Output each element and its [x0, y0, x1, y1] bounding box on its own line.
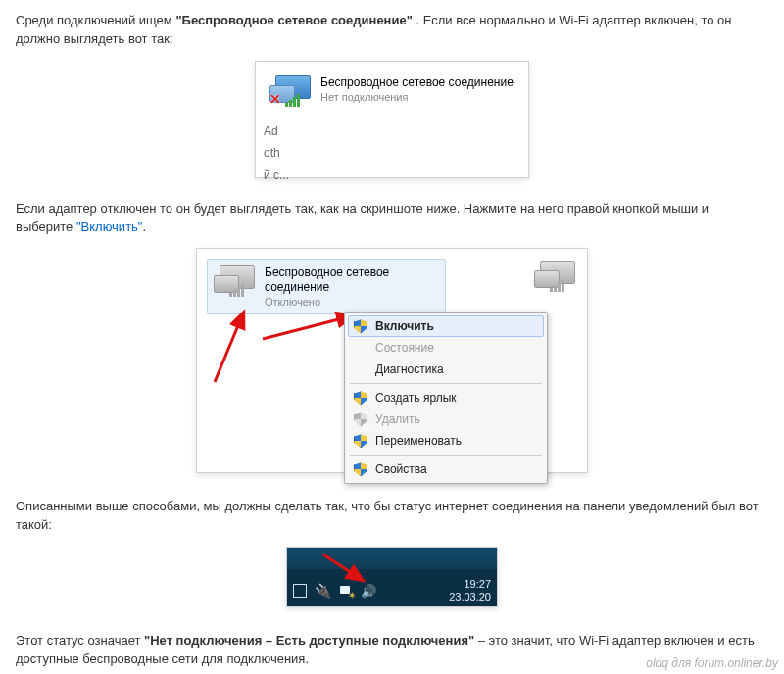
shield-icon — [354, 412, 368, 426]
network-monitor-disabled-icon — [214, 265, 255, 295]
svg-line-1 — [263, 315, 354, 339]
connection-item[interactable]: Беспроводное сетевое соединение Отключен… — [207, 259, 446, 314]
menu-item-properties[interactable]: Свойства — [348, 458, 544, 480]
arrow-icon — [205, 304, 273, 392]
menu-item-enable[interactable]: Включить — [348, 315, 544, 337]
menu-item-rename[interactable]: Переименовать — [348, 430, 544, 452]
connection-status: Нет подключения — [320, 91, 514, 103]
tray-date: 23.03.20 — [449, 591, 491, 604]
tray-clock[interactable]: 19:27 23.03.20 — [449, 578, 491, 605]
signal-bars-icon — [285, 94, 300, 107]
shield-icon — [354, 391, 368, 405]
text-bold: "Беспроводное сетевое соединение" — [175, 13, 412, 27]
paragraph-meaning: Этот статус означает "Нет подключения – … — [16, 632, 768, 669]
speaker-icon[interactable]: 🔊 — [361, 584, 376, 599]
x-icon: ✕ — [270, 91, 281, 107]
connection-status: Отключено — [265, 296, 439, 308]
paragraph-intro: Среди подключений ищем "Беспроводное сет… — [16, 12, 768, 49]
menu-item-shortcut[interactable]: Создать ярлык — [348, 387, 544, 409]
paragraph-disabled: Если адаптер отключен то он будет выгляд… — [16, 200, 768, 237]
network-monitor-disabled-icon — [534, 261, 575, 290]
enable-link[interactable]: "Включить" — [76, 219, 143, 234]
connection-name: Беспроводное сетевое соединение — [320, 75, 514, 89]
network-tray-icon[interactable]: ✶ — [339, 584, 353, 598]
text: Этот статус означает — [16, 633, 144, 648]
context-menu: Включить Состояние Диагностика Создать я… — [344, 312, 548, 484]
text-bold: "Нет подключения – Есть доступные подклю… — [144, 633, 474, 648]
menu-item-state[interactable]: Состояние — [348, 337, 544, 359]
tray-time: 19:27 — [449, 578, 491, 592]
power-icon[interactable]: 🔌 — [315, 583, 331, 599]
screenshot-context-menu: Беспроводное сетевое соединение Отключен… — [16, 248, 768, 476]
menu-item-diagnostics[interactable]: Диагностика — [348, 359, 544, 380]
paragraph-tray: Описанными выше способами, мы должны сде… — [16, 498, 768, 535]
network-monitor-icon: ✕ — [270, 75, 311, 105]
shield-icon — [354, 462, 368, 476]
connection-name: Беспроводное сетевое соединение — [265, 265, 439, 294]
menu-item-delete[interactable]: Удалить — [348, 409, 544, 430]
shield-icon — [354, 319, 368, 333]
text: Среди подключений ищем — [16, 13, 175, 27]
screenshot-enabled-adapter: ✕ Беспроводное сетевое соединение Нет по… — [16, 61, 768, 178]
flag-icon[interactable] — [293, 584, 307, 598]
screenshot-system-tray: 🔌 ✶ 🔊 19:27 23.03.20 — [16, 547, 768, 610]
shield-icon — [354, 434, 368, 448]
signal-bars-gray-icon — [229, 284, 244, 297]
svg-line-0 — [215, 312, 244, 382]
clipped-text: Ad oth й c... — [264, 120, 289, 187]
